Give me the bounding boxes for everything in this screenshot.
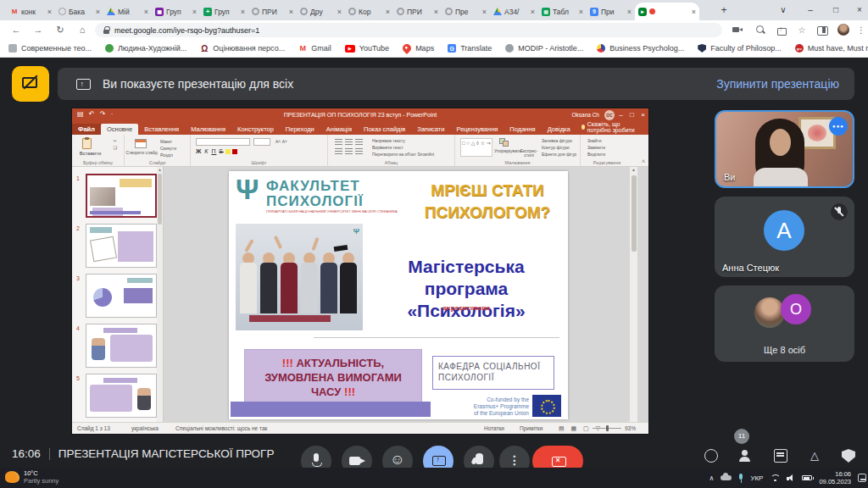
thumbnail-slide[interactable] [86,174,157,218]
camera-in-use-icon[interactable] [731,24,744,36]
numbering-icon[interactable] [345,139,353,146]
home-icon[interactable]: ⌂ [75,23,90,37]
thumbnail-slide[interactable] [86,274,157,318]
window-close-icon[interactable]: × [850,2,868,19]
presentation-chip[interactable] [12,66,49,102]
browser-tab[interactable]: ▦Груп× [152,3,200,20]
address-bar[interactable]: meet.google.com/iye-rsqo-byg?authuser=1 [95,23,722,37]
quick-styles-button[interactable]: Експрес-стилі [518,149,540,158]
browser-tab[interactable]: ▦Табл× [538,3,587,20]
back-icon[interactable]: ← [8,23,24,37]
host-controls-icon[interactable] [842,449,855,463]
bookmark-star-icon[interactable]: ☆ [795,24,809,36]
thumbnail-slide[interactable] [86,324,157,368]
notification-center-icon[interactable] [858,474,866,482]
browser-tab[interactable]: Пре× [442,3,490,20]
indent-icon[interactable] [355,139,363,146]
tab-close-icon[interactable]: × [337,8,342,16]
thumbnail-4[interactable]: 4 [72,324,164,371]
ppt-tab-1[interactable]: Основне [101,124,138,135]
ppt-tab-9[interactable]: Рецензування [450,124,504,135]
tab-close-icon[interactable]: × [241,8,245,16]
tab-close-icon[interactable]: × [47,8,52,16]
clock[interactable]: 16:0609.05.2023 [819,470,851,485]
browser-tab[interactable]: ▸× [635,3,699,20]
ppt-tab-11[interactable]: Довідка [542,124,576,135]
tab-close-icon[interactable]: × [482,8,487,16]
ppt-tab-7[interactable]: Показ слайдів [358,124,411,135]
tab-close-icon[interactable]: × [692,8,696,16]
tile-options-button[interactable]: ●●● [829,117,848,136]
align-center-icon[interactable] [345,148,353,155]
select-button[interactable]: Виділити [587,152,605,157]
grow-shrink-font-icons[interactable]: А˄ А˅ [275,139,287,144]
tab-close-icon[interactable]: × [96,8,100,16]
shape-fill-button[interactable]: Заливка фігури [542,138,572,143]
tab-close-icon[interactable]: × [531,8,535,16]
zoom-icon[interactable] [754,24,768,36]
share-icon[interactable] [775,24,788,36]
window-minimize-icon[interactable]: – [801,2,820,19]
tell-me-box[interactable]: Скажіть, що потрібно зробити [576,119,648,135]
ppt-tab-0[interactable]: Файл [72,124,101,135]
slide-scrollbar[interactable]: ▲ [630,167,637,422]
bookmark-item[interactable]: Faculty of Philosop... [698,44,782,53]
tab-search-chevron-icon[interactable]: ∨ [774,2,793,19]
font-style-buttons[interactable]: Ж К П S [196,148,237,154]
battery-icon[interactable] [802,475,812,480]
ppt-tab-3[interactable]: Малювання [185,124,231,135]
new-tab-button[interactable]: + [716,3,732,19]
align-right-icon[interactable] [355,148,363,155]
bookmark-item[interactable]: Business Psycholog... [597,44,684,53]
chat-icon[interactable] [774,449,787,463]
tray-mic-icon[interactable] [738,474,743,483]
browser-tab[interactable]: Mконк× [7,3,55,20]
bookmark-item[interactable]: MODIP - Aristotle... [505,44,583,53]
paste-icon[interactable] [82,138,92,149]
copy-icon[interactable]: ❏ [114,145,117,150]
font-name-box[interactable] [196,138,250,146]
ppt-tab-10[interactable]: Подання [504,124,541,135]
tab-close-icon[interactable]: × [434,8,438,16]
ppt-tab-5[interactable]: Переходи [280,124,320,135]
smartart-button[interactable]: Перетворити на об'єкт SmartArt [372,152,434,157]
replace-button[interactable]: Замінити [587,145,605,150]
bookmark-item[interactable]: Современные тео... [8,44,92,53]
ppt-tab-6[interactable]: Анімація [320,124,358,135]
bookmark-item[interactable]: Maps [403,44,434,53]
onedrive-icon[interactable] [721,475,732,480]
thumbnail-1[interactable]: 1 [72,174,164,221]
bookmark-item[interactable]: Людина-Художній... [105,44,186,53]
thumbnail-3[interactable]: 3 [72,274,164,321]
activities-icon[interactable]: △ [808,449,821,463]
paste-button[interactable]: Вставити [72,151,108,156]
bookmark-item[interactable]: ▶YouTube [345,44,389,53]
ppt-tab-4[interactable]: Конструктор [231,124,280,135]
overflow-participants-tile[interactable]: О Ще 8 осіб [715,286,854,362]
browser-tab[interactable]: ПРИ× [248,3,297,20]
section-button[interactable]: Розділ [160,152,173,158]
info-icon[interactable] [704,449,718,463]
thumbnail-2[interactable]: 2 [72,224,164,271]
zoom-level[interactable]: 93% [625,423,636,435]
browser-tab[interactable]: Мій× [103,3,152,20]
forward-icon[interactable]: → [31,23,46,37]
browser-tab[interactable]: ПРИ× [393,3,442,20]
ppt-tab-2[interactable]: Вставлення [138,124,185,135]
collapse-ribbon-icon[interactable]: ˄ [642,158,645,164]
reset-button[interactable]: Скинути [160,146,176,151]
shape-effects-button[interactable]: Ефекти для фігур [542,152,576,157]
arrange-icon[interactable] [499,138,509,147]
reload-icon[interactable]: ↻ [53,23,68,37]
view-mode-icons[interactable]: ▤ ▦ ▢ ▽ [559,423,603,435]
new-slide-icon[interactable] [135,139,147,148]
language-indicator[interactable]: УКР [750,474,763,482]
browser-tab[interactable]: Бака× [55,3,103,20]
font-size-box[interactable] [253,138,270,146]
bullets-icon[interactable] [335,139,342,146]
self-video-tile[interactable]: Ви ●●● [715,110,854,188]
weather-widget[interactable]: 10°C Partly sunny [5,469,58,485]
align-left-icon[interactable] [335,148,342,155]
arrange-button[interactable]: Упорядкувати [494,149,518,153]
bookmark-item[interactable]: ΩОцінювання персо... [200,44,285,53]
